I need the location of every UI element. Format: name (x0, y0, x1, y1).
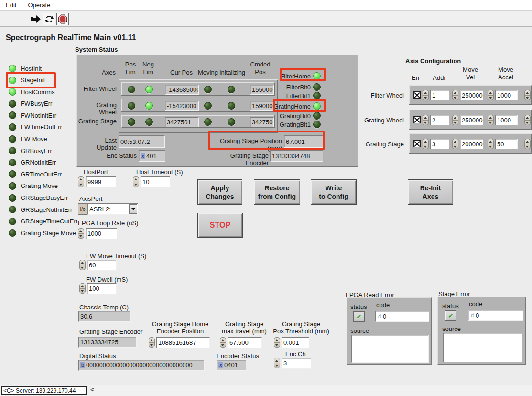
cur-pos-display: -15423000 (165, 101, 199, 111)
grating-stage-position-display: 67.001 (284, 135, 323, 148)
moving-header: Moving (196, 69, 220, 76)
grstagetimeouterr-led-icon (9, 218, 16, 225)
led-label: StageInit (21, 77, 45, 84)
led-label: FWNotInitErr (21, 112, 56, 119)
addr-spinner[interactable] (423, 90, 429, 100)
move-vel-field[interactable]: 2500000 (460, 115, 483, 125)
led-item-fwbusyerr: FWBusyErr (9, 100, 78, 108)
host-timeout-field[interactable]: 10 (141, 176, 170, 187)
initalizing-led (228, 118, 235, 126)
gs-max-travel-field[interactable]: 67.500 (228, 337, 262, 348)
error-code-field[interactable]: d0 (468, 310, 523, 321)
toolbar (0, 11, 532, 27)
gs-pos-threshold-spinner[interactable] (274, 337, 280, 348)
run-button[interactable] (30, 13, 42, 25)
check-icon: ✔ (356, 313, 362, 320)
host-port-spinner[interactable] (78, 176, 84, 187)
write-to-config-button[interactable]: Write to Config (311, 179, 357, 205)
fw-move-timeout-spinner[interactable] (79, 260, 86, 270)
error-source-area[interactable] (351, 335, 429, 363)
initalizing-header: Initalizing (217, 69, 248, 76)
status-led-column: HostInit StageInit HostComms FWBusyErr F… (9, 65, 78, 237)
move-accel-spinner[interactable] (488, 90, 494, 100)
error-status-button[interactable]: ✔ (445, 310, 456, 321)
stage-error-cluster: status ✔ code d0 source (437, 297, 526, 365)
addr-field[interactable]: 1 (430, 90, 449, 100)
error-status-button[interactable]: ✔ (353, 311, 365, 322)
cur-pos-display: -143685000 (165, 85, 199, 95)
move-vel-field[interactable]: 2500000 (460, 90, 483, 100)
apply-changes-button[interactable]: Apply Changes (197, 179, 242, 205)
pos-lim-led (128, 118, 135, 126)
move-vel-spinner[interactable] (452, 90, 458, 100)
fpga-loop-rate-spinner[interactable] (78, 228, 84, 239)
fpga-loop-rate-field[interactable]: 1000 (86, 228, 117, 239)
enc-ch-spinner[interactable] (274, 358, 280, 368)
next-column-spinner[interactable] (524, 139, 531, 149)
dropdown-arrow-icon[interactable] (129, 204, 137, 214)
abort-button[interactable] (56, 13, 69, 25)
filterhome-led (313, 72, 321, 80)
axis-row-label-filter-wheel: Filter Wheel (77, 85, 117, 92)
host-timeout-label: Host Timeout (S) (136, 168, 183, 176)
gs-home-enc-spinner[interactable] (149, 337, 155, 348)
next-column-spinner[interactable] (524, 115, 531, 125)
enc-ch-field[interactable]: 3 (282, 358, 311, 369)
menu-operate[interactable]: Operate (28, 1, 50, 9)
addr-field[interactable]: 2 (430, 115, 449, 125)
move-accel-spinner[interactable] (488, 139, 494, 149)
continuous-run-button[interactable] (43, 13, 55, 25)
led-item-gratingmove: Grating Move (9, 182, 78, 190)
move-accel-spinner[interactable] (488, 115, 494, 125)
move-vel-field[interactable]: 2000000 (460, 139, 483, 149)
scroll-left-icon[interactable]: < (90, 386, 94, 393)
led-item-hostinit: HostInit (9, 65, 78, 72)
grbusyerr-led-icon (9, 147, 16, 154)
io-icon: I/o (78, 203, 87, 215)
move-vel-spinner[interactable] (452, 115, 458, 125)
fw-dwell-field[interactable]: 100 (87, 283, 117, 294)
gs-pos-threshold-field[interactable]: 0.001 (282, 337, 309, 348)
axis-port-combo[interactable]: I/o ASRL2: (78, 203, 138, 215)
enable-checkbox[interactable] (413, 91, 421, 99)
gs-max-travel-spinner[interactable] (220, 337, 226, 348)
led-item-stageinit: StageInit (9, 77, 78, 84)
grating-stage-enocder-label: Grating Stage Enocder (206, 152, 269, 166)
move-vel-spinner[interactable] (452, 139, 458, 149)
moving-led (204, 102, 212, 110)
host-timeout-spinner[interactable] (133, 176, 139, 187)
move-accel-field[interactable]: 1000 (495, 90, 518, 100)
axis-config-title: Axis Configuration (405, 57, 461, 65)
continuous-run-icon (44, 14, 54, 24)
restore-from-config-button[interactable]: Restore from Config (254, 179, 300, 205)
move-accel-field[interactable]: 50 (495, 139, 518, 149)
next-column-spinner[interactable] (524, 90, 531, 100)
grstagenotiniterr-led-icon (9, 206, 16, 213)
move-accel-field[interactable]: 1000 (495, 115, 518, 125)
decimal-radix: d (470, 312, 475, 319)
binary-radix: b (80, 362, 85, 368)
addr-spinner[interactable] (423, 115, 429, 125)
menu-edit[interactable]: Edit (6, 1, 16, 9)
axis-config-label-grating-stage: Grating Stage (358, 141, 404, 148)
led-label: GRTimeOutErr (21, 171, 62, 178)
fw-dwell-spinner[interactable] (79, 283, 86, 294)
host-port-field[interactable]: 9999 (86, 176, 116, 187)
stop-button[interactable]: STOP (197, 213, 243, 238)
addr-spinner[interactable] (423, 139, 429, 149)
error-code-field[interactable]: d0 (375, 311, 429, 322)
gratingstagemove-led-icon (9, 229, 16, 237)
fw-move-timeout-field[interactable]: 60 (87, 260, 117, 271)
status-label: status (350, 303, 367, 310)
cur-pos-header: Cur Pos (163, 69, 199, 76)
filterbit1-led (313, 92, 321, 99)
enable-checkbox[interactable] (413, 140, 421, 147)
gs-home-enc-field[interactable]: 10885161687 (156, 337, 210, 348)
fw-dwell-label: FW Dwell (mS) (86, 276, 128, 283)
fwbusyerr-led-icon (9, 100, 16, 108)
reinit-axes-button[interactable]: Re-Init Axes (408, 179, 453, 205)
enable-checkbox[interactable] (413, 116, 421, 123)
fpga-read-error-cluster: status ✔ code d0 source (347, 297, 432, 365)
error-source-area[interactable] (443, 333, 522, 362)
addr-field[interactable]: 3 (430, 139, 449, 149)
